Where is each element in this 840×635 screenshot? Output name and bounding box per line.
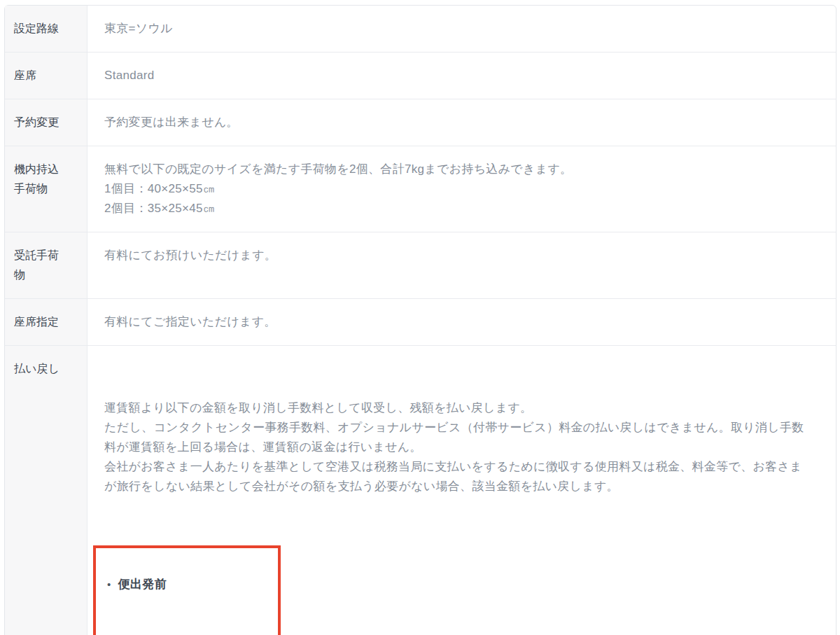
before-departure-title: 便出発前 — [118, 576, 167, 593]
before-departure-title-row: • 便出発前 — [104, 576, 257, 593]
fare-rules-table: 設定路線 東京=ソウル 座席 Standard 予約変更 予約変更は出来ません。… — [4, 5, 836, 635]
refund-content: 運賃額より以下の金額を取り消し手数料として収受し、残額を払い戻します。 ただし、… — [88, 346, 836, 635]
table-row-checked-baggage: 受託手荷 物 有料にてお預けいただけます。 — [5, 232, 836, 299]
table-row-booking-change: 予約変更 予約変更は出来ません。 — [5, 99, 836, 146]
row-value-route: 東京=ソウル — [88, 6, 836, 52]
row-label-booking-change: 予約変更 — [5, 99, 88, 146]
row-label-carry-on-baggage: 機内持込 手荷物 — [5, 146, 88, 232]
row-value-carry-on-baggage: 無料で以下の既定のサイズを満たす手荷物を2個、合計7kgまでお持ち込みできます。… — [88, 146, 836, 232]
row-value-booking-change: 予約変更は出来ません。 — [88, 99, 836, 146]
table-row-seat-selection: 座席指定 有料にてご指定いただけます。 — [5, 299, 836, 346]
table-row-seat-class: 座席 Standard — [5, 53, 836, 99]
refund-policy-text: 運賃額より以下の金額を取り消し手数料として収受し、残額を払い戻します。 ただし、… — [104, 398, 819, 496]
row-value-checked-baggage: 有料にてお預けいただけます。 — [88, 232, 836, 298]
table-row-refund: 払い戻し 運賃額より以下の金額を取り消し手数料として収受し、残額を払い戻します。… — [5, 346, 836, 635]
row-label-route: 設定路線 — [5, 6, 88, 52]
bullet-icon: • — [107, 576, 111, 593]
before-departure-fees: 東京-ソウル：5,000円 ソウル-東京：50,000ウォン — [104, 618, 257, 635]
row-label-seat-class: 座席 — [5, 53, 88, 99]
row-value-seat-selection: 有料にてご指定いただけます。 — [88, 299, 836, 345]
refund-before-departure-highlight-box: • 便出発前 東京-ソウル：5,000円 ソウル-東京：50,000ウォン — [93, 545, 281, 635]
table-row-route: 設定路線 東京=ソウル — [5, 6, 836, 53]
table-row-carry-on-baggage: 機内持込 手荷物 無料で以下の既定のサイズを満たす手荷物を2個、合計7kgまでお… — [5, 146, 836, 232]
row-label-refund: 払い戻し — [5, 346, 88, 635]
row-label-checked-baggage: 受託手荷 物 — [5, 232, 88, 298]
row-value-seat-class: Standard — [88, 53, 836, 99]
row-label-seat-selection: 座席指定 — [5, 299, 88, 345]
